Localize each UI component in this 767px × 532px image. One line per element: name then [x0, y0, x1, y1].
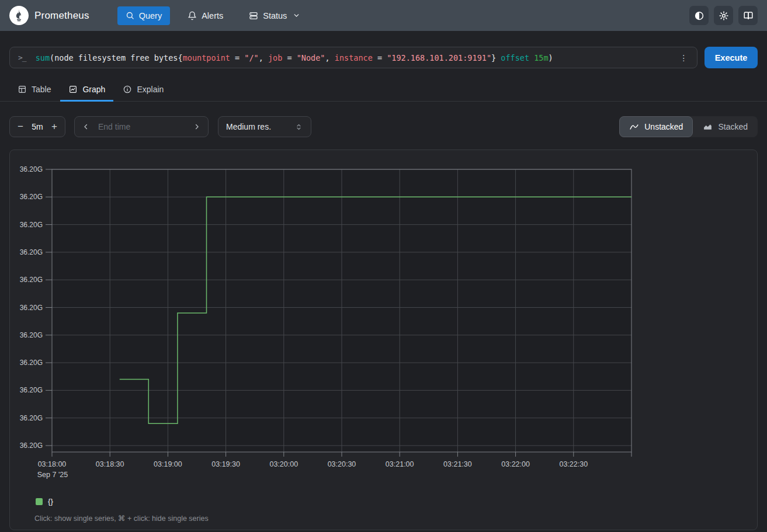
info-icon	[123, 85, 132, 94]
x-axis-label: 03:20:30	[328, 460, 356, 468]
nav-item-label: Alerts	[202, 11, 223, 20]
expression-token: mountpoint	[183, 53, 230, 62]
chevron-right-icon[interactable]	[193, 123, 201, 131]
promql-expression[interactable]: sum(node_filesystem_free_bytes{mountpoin…	[36, 53, 679, 62]
x-axis-label: 03:21:00	[386, 460, 414, 468]
range-input: − 5m +	[9, 116, 65, 137]
navbar: Prometheus Query Alerts Status	[0, 0, 767, 31]
contrast-icon	[694, 11, 704, 21]
table-icon	[18, 85, 27, 94]
y-axis-label: 36.20G	[20, 441, 43, 450]
tab-table[interactable]: Table	[9, 79, 59, 101]
segment-label: Stacked	[718, 122, 748, 131]
docs-button[interactable]	[738, 6, 758, 25]
legend-series-label[interactable]: {}	[48, 497, 53, 506]
expression-token: instance	[335, 53, 373, 62]
x-axis-label: 03:22:00	[501, 460, 530, 468]
resolution-value: Medium res.	[226, 122, 271, 131]
x-axis-label: 03:21:30	[443, 460, 472, 468]
selector-updown-icon	[294, 123, 303, 131]
expression-token: "192.168.101.201:9191"	[387, 53, 491, 62]
expression-token: "Node"	[297, 53, 325, 62]
nav-item-alerts[interactable]: Alerts	[179, 6, 231, 25]
y-axis-label: 36.20G	[20, 414, 43, 422]
prometheus-logo-icon	[9, 6, 29, 25]
expression-token: )	[549, 53, 553, 62]
range-value[interactable]: 5m	[32, 122, 43, 131]
legend[interactable]: {}	[36, 497, 757, 506]
expression-token: offset	[501, 53, 529, 62]
expression-token: ,	[325, 53, 335, 62]
x-axis-label: 03:18:30	[96, 460, 124, 468]
legend-hint-text: Click: show single series, ⌘ + click: hi…	[34, 514, 757, 523]
expression-token: 15m	[534, 53, 548, 62]
brand: Prometheus	[9, 6, 89, 25]
tab-explain[interactable]: Explain	[114, 79, 172, 101]
book-icon	[743, 11, 754, 21]
line-chart-icon	[629, 122, 639, 132]
result-tabs: Table Graph Explain	[0, 79, 767, 102]
end-time-placeholder: End time	[98, 122, 193, 131]
expression-token: =	[373, 53, 387, 62]
range-increase-button[interactable]: +	[46, 116, 63, 137]
gear-icon	[719, 11, 729, 21]
y-axis-label: 36.20G	[20, 276, 43, 284]
terminal-prompt-icon: >_	[18, 53, 26, 62]
segment-label: Unstacked	[644, 122, 683, 131]
search-icon	[126, 11, 134, 20]
expression-token: =	[282, 53, 296, 62]
y-axis-label: 36.20G	[20, 304, 43, 312]
y-axis-label: 36.20G	[20, 331, 43, 339]
graph-panel: 36.20G36.20G36.20G36.20G36.20G36.20G36.2…	[9, 149, 758, 530]
query-bar: >_ sum(node_filesystem_free_bytes{mountp…	[0, 47, 767, 68]
unstacked-button[interactable]: Unstacked	[619, 116, 693, 137]
expression-token: "/"	[244, 53, 258, 62]
y-axis-label: 36.20G	[20, 165, 43, 173]
query-expression-input[interactable]: >_ sum(node_filesystem_free_bytes{mountp…	[9, 47, 697, 68]
query-options-menu-icon[interactable]: ⋮	[679, 53, 689, 62]
chevron-left-icon[interactable]	[82, 123, 90, 131]
x-axis-label: 03:19:00	[154, 460, 182, 468]
nav-item-label: Query	[139, 11, 162, 20]
expression-token: job	[268, 53, 282, 62]
theme-toggle-button[interactable]	[689, 6, 709, 25]
tab-label: Explain	[137, 85, 164, 94]
app-title: Prometheus	[34, 10, 89, 22]
stacked-button[interactable]: Stacked	[693, 116, 758, 137]
y-axis-label: 36.20G	[20, 359, 43, 367]
bell-icon	[188, 11, 197, 20]
nav-item-status[interactable]: Status	[241, 6, 308, 25]
y-axis-label: 36.20G	[20, 221, 43, 229]
y-axis-label: 36.20G	[20, 193, 43, 201]
expression-token: ,	[259, 53, 268, 62]
expression-token	[529, 53, 534, 62]
y-axis-label: 36.20G	[20, 386, 43, 394]
navbar-actions	[689, 6, 758, 25]
graph-canvas[interactable]: 36.20G36.20G36.20G36.20G36.20G36.20G36.2…	[10, 150, 757, 489]
expression-token: (node_filesystem_free_bytes{	[50, 53, 183, 62]
tab-label: Table	[32, 85, 51, 94]
nav-item-label: Status	[263, 11, 287, 20]
graph-controls: − 5m + End time Medium res. Unstacked S	[0, 116, 767, 137]
expression-token: =	[230, 53, 244, 62]
tab-graph[interactable]: Graph	[60, 79, 113, 101]
end-time-input[interactable]: End time	[74, 116, 209, 137]
stacking-toggle: Unstacked Stacked	[619, 116, 758, 137]
graph-icon	[68, 85, 78, 94]
expression-token: }	[491, 53, 501, 62]
execute-button[interactable]: Execute	[704, 47, 758, 68]
legend-swatch	[36, 498, 43, 505]
x-axis-label: 03:20:00	[269, 460, 298, 468]
settings-button[interactable]	[714, 6, 733, 25]
x-axis-label: 03:22:30	[559, 460, 588, 468]
resolution-select[interactable]: Medium res.	[218, 116, 311, 137]
x-axis-date-label: Sep 7 '25	[37, 471, 68, 479]
nav-menu: Query Alerts Status	[117, 6, 309, 25]
tab-label: Graph	[82, 85, 105, 94]
range-decrease-button[interactable]: −	[12, 116, 29, 137]
expression-token: sum	[36, 53, 50, 62]
status-stack-icon	[249, 11, 258, 20]
area-chart-icon	[703, 122, 713, 132]
nav-item-query[interactable]: Query	[117, 6, 171, 25]
y-axis-label: 36.20G	[20, 248, 43, 256]
